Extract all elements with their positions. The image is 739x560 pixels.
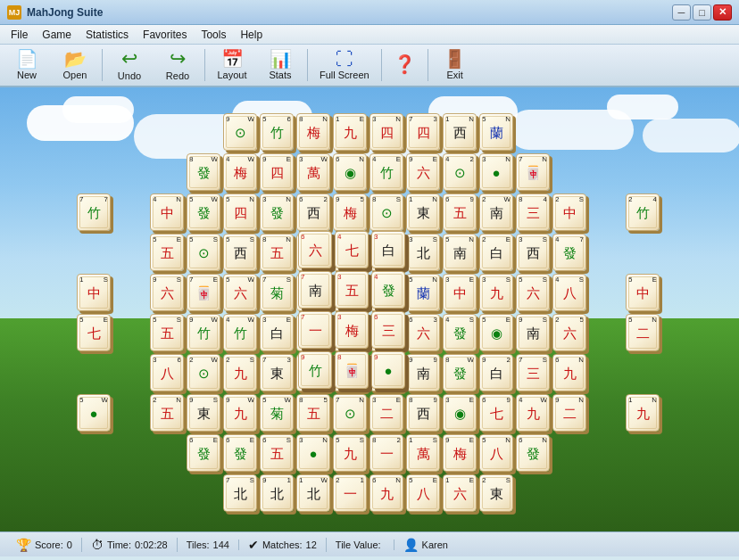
tile[interactable]: 1九N [626,394,661,433]
tile[interactable]: 6九N [370,474,405,514]
minimize-button[interactable]: ─ [672,4,691,21]
tile[interactable]: 2六5 [552,314,588,353]
tile-elevated[interactable]: 3梅 [335,311,370,350]
tile[interactable]: 8梅N [296,113,332,152]
tile[interactable]: 9六S [150,274,186,313]
open-button[interactable]: 📂 Open [52,47,98,83]
tile[interactable]: 3二E [370,394,405,433]
tile[interactable]: 4竹W [223,314,259,353]
tile[interactable]: 3北S [406,234,442,273]
tile[interactable]: 5◉E [479,314,515,353]
tile[interactable]: 4中N [150,194,186,233]
redo-button[interactable]: ↪ Redo [154,47,201,83]
tile[interactable]: 4九W [516,394,552,433]
tile[interactable]: 9四E [260,153,295,193]
tile[interactable]: 7🀄N [516,153,552,193]
help-button[interactable]: ❓ [386,47,424,83]
tile[interactable]: 5蘭N [406,274,442,313]
tile[interactable]: 7北S [223,474,259,514]
tile-elevated[interactable]: 6三 [371,311,407,350]
tile[interactable]: 1中S [77,274,112,313]
tile[interactable]: 2⊙W [187,354,222,393]
tile[interactable]: 4發7 [552,234,588,273]
tile[interactable]: 9梅E [443,434,478,474]
tile-elevated[interactable]: 3五 [335,271,370,310]
tile[interactable]: 7竹7 [77,194,112,233]
tile[interactable]: 6五9 [443,194,478,233]
tile[interactable]: 1六E [443,474,478,514]
tile[interactable]: 5南N [443,234,478,273]
tile[interactable]: 6七9 [479,394,515,433]
tile[interactable]: 3八6 [150,354,186,393]
tile[interactable]: 9北1 [260,474,295,514]
layout-button[interactable]: 📅 Layout [209,47,255,83]
tile-elevated[interactable]: 9竹 [298,351,334,391]
tile[interactable]: 1西N [443,113,478,152]
exit-button[interactable]: 🚪 Exit [432,47,478,83]
tile[interactable]: 2九S [223,354,259,393]
tile[interactable]: 7三S [516,354,552,393]
undo-button[interactable]: ↩ Undo [106,47,153,83]
tile-elevated[interactable]: 7一 [298,311,334,350]
tile[interactable]: 5發W [187,194,222,233]
tile-elevated[interactable]: 4七 [335,231,370,270]
tile[interactable]: 6◉N [333,153,369,193]
menu-game[interactable]: Game [35,27,79,43]
fullscreen-button[interactable]: ⛶ Full Screen [311,47,378,83]
tile[interactable]: 5五E [150,234,186,273]
tile[interactable]: 4發S [443,314,478,353]
tile[interactable]: 5五S [150,314,186,353]
tile[interactable]: 5菊W [260,394,295,433]
tile[interactable]: 9南9 [406,354,442,393]
tile[interactable]: 6發E [187,434,222,474]
tile[interactable]: 9東S [187,394,222,433]
tile[interactable]: 5九S [333,434,369,474]
tile[interactable]: 2東S [479,474,515,514]
tile[interactable]: 3●N [479,153,515,193]
tile[interactable]: 9竹W [187,314,222,353]
tile[interactable]: 5⊙S [187,234,222,273]
tile[interactable]: 9白2 [479,354,515,393]
tile[interactable]: 3●N [296,434,332,474]
tile[interactable]: 3九S [479,274,515,313]
tile-elevated[interactable]: 9● [371,351,407,391]
tile[interactable]: 6西2 [296,194,332,233]
tile[interactable]: 3西S [516,234,552,273]
tile[interactable]: 1九E [333,113,369,152]
tile[interactable]: 8發W [443,354,478,393]
menu-file[interactable]: File [4,27,35,43]
tile[interactable]: 8發W [187,153,222,193]
tile[interactable]: 5●W [77,394,112,433]
tile[interactable]: 3四N [370,113,405,152]
menu-help[interactable]: Help [233,27,270,43]
tile[interactable]: 5四N [223,194,259,233]
tile[interactable]: 8一2 [370,434,405,474]
tile[interactable]: 5蘭N [479,113,515,152]
tile[interactable]: 4梅W [223,153,259,193]
tile[interactable]: 6發E [223,434,259,474]
tile[interactable]: 9九W [223,394,259,433]
tile[interactable]: 9六E [406,153,442,193]
tile[interactable]: 9二N [552,394,588,433]
tile[interactable]: 3中E [443,274,478,313]
tile[interactable]: 1東N [406,194,442,233]
tile[interactable]: 3發N [260,194,295,233]
tile-elevated[interactable]: 7南 [298,271,334,310]
tile[interactable]: 3萬W [296,153,332,193]
tile[interactable]: 6六3 [406,314,442,353]
tile[interactable]: 5中E [626,274,661,313]
tile[interactable]: 5六W [223,274,259,313]
tile[interactable]: 2竹4 [626,194,661,233]
tile-elevated[interactable]: 8🀄 [335,351,370,391]
tile[interactable]: 8西9 [406,394,442,433]
tile[interactable]: 8五N [260,234,295,273]
tile[interactable]: 7菊S [260,274,295,313]
new-button[interactable]: 📄 New [4,47,50,83]
tile[interactable]: 8⊙S [370,194,405,233]
tile[interactable]: 5八E [406,474,442,514]
tile[interactable]: 8五5 [296,394,332,433]
tile[interactable]: 5七E [77,314,112,353]
tile[interactable]: 4⊙2 [443,153,478,193]
tile[interactable]: 9南S [516,314,552,353]
tile[interactable]: 3白E [260,314,295,353]
